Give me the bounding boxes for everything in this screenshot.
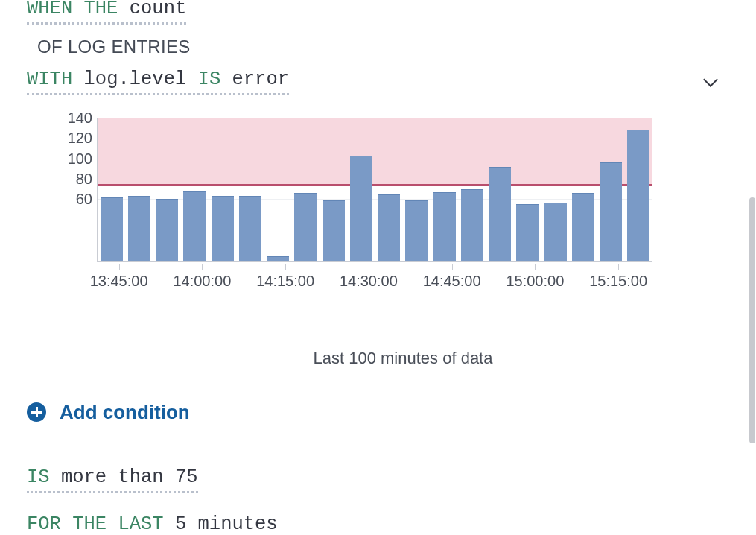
- x-tick-label: 14:45:00: [423, 273, 481, 290]
- bar: [183, 191, 206, 261]
- bar: [600, 162, 622, 261]
- for-last-clause[interactable]: FOR THE LAST 5 minutes: [27, 513, 278, 535]
- threshold-zone: [98, 118, 652, 184]
- plus-circle-icon: [27, 402, 46, 422]
- y-tick-label: 120: [33, 130, 92, 147]
- chart-plot-area: 13:45:0014:00:0014:15:0014:30:0014:45:00…: [97, 118, 652, 262]
- bar: [101, 197, 123, 261]
- with-clause[interactable]: WITH log.level IS error: [27, 68, 289, 95]
- bar: [572, 193, 594, 261]
- bar: [544, 203, 567, 261]
- chart-caption: Last 100 minutes of data: [72, 349, 734, 368]
- when-value: count: [130, 0, 187, 19]
- with-keyword: WITH: [27, 69, 72, 90]
- x-tick-label: 15:15:00: [589, 273, 647, 290]
- x-tick-label: 14:30:00: [340, 273, 398, 290]
- bar: [405, 200, 428, 261]
- scrollbar-thumb[interactable]: [749, 197, 755, 443]
- bar: [489, 167, 511, 261]
- x-tick-label: 15:00:00: [506, 273, 564, 290]
- bar: [516, 204, 539, 260]
- is-keyword: IS: [27, 466, 50, 488]
- chart: 6080100120140 13:45:0014:00:0014:15:0014…: [27, 118, 660, 297]
- add-condition-button[interactable]: Add condition: [27, 401, 734, 424]
- y-tick-label: 60: [33, 191, 92, 208]
- add-condition-label: Add condition: [60, 401, 190, 424]
- when-clause[interactable]: WHEN THE count: [27, 0, 186, 25]
- of-log-entries-label: OF LOG ENTRIES: [27, 37, 734, 57]
- bar: [128, 196, 150, 260]
- bar: [156, 199, 178, 260]
- for-last-value: 5 minutes: [175, 513, 278, 535]
- bar: [627, 130, 649, 261]
- with-field: log.level: [84, 69, 187, 90]
- y-tick-label: 100: [33, 150, 92, 167]
- bar: [350, 156, 372, 261]
- y-tick-label: 140: [33, 109, 92, 126]
- is-clause[interactable]: IS more than 75: [27, 466, 198, 493]
- bar: [239, 196, 261, 260]
- bar: [461, 189, 483, 261]
- bar: [433, 192, 456, 261]
- bar: [212, 196, 234, 260]
- when-keyword: WHEN THE: [27, 0, 118, 19]
- x-tick-label: 13:45:00: [90, 273, 148, 290]
- threshold-line: [98, 184, 652, 186]
- bar: [378, 194, 400, 261]
- bar: [267, 256, 289, 260]
- y-tick-label: 80: [33, 171, 92, 188]
- bar: [323, 200, 345, 261]
- for-last-keyword: FOR THE LAST: [27, 513, 164, 535]
- is-value: 75: [175, 466, 198, 488]
- chevron-down-icon[interactable]: [702, 72, 721, 92]
- x-tick-label: 14:15:00: [256, 273, 314, 290]
- is-comparator: more than: [61, 466, 164, 488]
- with-is-keyword: IS: [198, 69, 221, 90]
- bar: [294, 193, 317, 261]
- with-value: error: [232, 69, 290, 90]
- x-tick-label: 14:00:00: [173, 273, 231, 290]
